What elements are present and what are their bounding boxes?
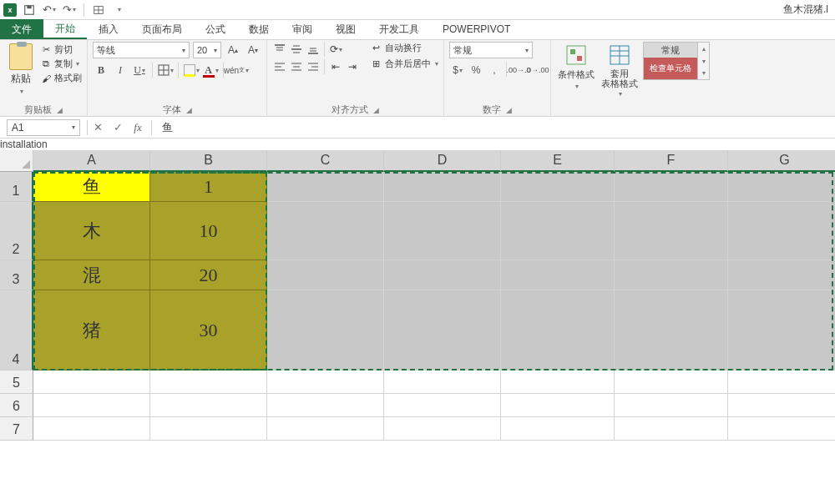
cell-F5[interactable] [615, 370, 728, 394]
row-header-6[interactable]: 6 [0, 394, 33, 417]
format-as-table-button[interactable]: 套用 表格格式 ▾ [600, 42, 640, 98]
cell-E4[interactable] [501, 290, 615, 370]
cell-E1[interactable] [501, 172, 615, 202]
align-center-button[interactable] [289, 59, 304, 74]
save-icon[interactable] [22, 3, 37, 18]
align-middle-button[interactable] [289, 42, 304, 57]
cell-G6[interactable] [728, 394, 835, 417]
accounting-button[interactable]: $▾ [449, 62, 466, 78]
cell-C2[interactable] [267, 202, 384, 260]
dialog-launcher-icon[interactable]: ◢ [57, 106, 63, 114]
borders-button[interactable]: ▾ [157, 62, 174, 78]
cell-F7[interactable] [615, 417, 728, 441]
cell-B6[interactable] [150, 394, 267, 417]
comma-button[interactable]: , [486, 62, 503, 78]
col-header-B[interactable]: B [150, 150, 267, 172]
decrease-decimal-button[interactable]: .0→.00 [529, 62, 545, 78]
row-header-5[interactable]: 5 [0, 370, 33, 394]
tab-review[interactable]: 审阅 [281, 19, 324, 39]
cell-D6[interactable] [384, 394, 501, 417]
cell-A1[interactable]: 鱼 [33, 172, 150, 202]
tab-view[interactable]: 视图 [324, 19, 367, 39]
cell-C4[interactable] [267, 290, 384, 370]
cell-C7[interactable] [267, 417, 384, 441]
row-header-3[interactable]: 3 [0, 260, 33, 290]
font-name-combo[interactable]: 等线 ▾ [93, 42, 190, 58]
cell-G2[interactable] [728, 202, 835, 260]
merge-center-button[interactable]: ⊞ 合并后居中 ▾ [370, 58, 438, 70]
cell-C3[interactable] [267, 260, 384, 290]
cell-B2[interactable]: 10 [150, 202, 267, 260]
cell-F6[interactable] [615, 394, 728, 417]
cell-E7[interactable] [501, 417, 615, 441]
cell-D3[interactable] [384, 260, 501, 290]
italic-button[interactable]: I [112, 62, 129, 78]
col-header-D[interactable]: D [384, 150, 501, 172]
cell-E6[interactable] [501, 394, 615, 417]
row-header-2[interactable]: 2 [0, 202, 33, 260]
tab-insert[interactable]: 插入 [87, 19, 130, 39]
increase-font-button[interactable]: A▴ [225, 42, 241, 58]
cancel-formula-button[interactable]: ✕ [88, 119, 108, 136]
col-header-G[interactable]: G [728, 150, 835, 172]
cell-B3[interactable]: 20 [150, 260, 267, 290]
increase-indent-button[interactable]: ⇥ [345, 59, 360, 74]
cell-G5[interactable] [728, 370, 835, 394]
cell-A5[interactable] [33, 370, 150, 394]
insert-function-button[interactable]: fx [128, 119, 148, 136]
tab-home[interactable]: 开始 [43, 19, 87, 39]
row-header-1[interactable]: 1 [0, 172, 33, 202]
cell-D7[interactable] [384, 417, 501, 441]
cell-E5[interactable] [501, 370, 615, 394]
cell-B4[interactable]: 30 [150, 290, 267, 370]
cell-styles-gallery[interactable]: 常规 检查单元格 [643, 42, 698, 80]
cell-F3[interactable] [615, 260, 728, 290]
row-header-4[interactable]: 4 [0, 290, 33, 370]
dialog-launcher-icon[interactable]: ◢ [186, 106, 192, 114]
redo-icon[interactable]: ↷▾ [62, 3, 77, 18]
select-all-corner[interactable] [0, 150, 33, 172]
cell-C6[interactable] [267, 394, 384, 417]
tab-data[interactable]: 数据 [237, 19, 281, 39]
name-box[interactable]: A1 ▾ [7, 119, 80, 136]
copy-button[interactable]: ⧉ 复制 ▾ [40, 58, 82, 70]
cell-B7[interactable] [150, 417, 267, 441]
dialog-launcher-icon[interactable]: ◢ [373, 106, 379, 114]
cell-A6[interactable] [33, 394, 150, 417]
phonetic-button[interactable]: wén文▾ [228, 62, 245, 78]
format-painter-button[interactable]: 🖌 格式刷 [40, 72, 82, 84]
tab-page-layout[interactable]: 页面布局 [130, 19, 194, 39]
percent-button[interactable]: % [468, 62, 484, 78]
cell-D2[interactable] [384, 202, 501, 260]
decrease-font-button[interactable]: A▾ [245, 42, 261, 58]
conditional-formatting-button[interactable]: 条件格式 ▾ [556, 42, 596, 90]
row-header-7[interactable]: 7 [0, 417, 33, 441]
tab-formulas[interactable]: 公式 [194, 19, 237, 39]
undo-icon[interactable]: ↶▾ [42, 3, 57, 18]
spreadsheet-grid[interactable]: A B C D E F G 1 2 3 4 5 6 7 鱼 1 木 10 [0, 150, 835, 504]
col-header-A[interactable]: A [33, 150, 150, 172]
tab-developer[interactable]: 开发工具 [367, 19, 431, 39]
col-header-F[interactable]: F [615, 150, 728, 172]
cell-G7[interactable] [728, 417, 835, 441]
formula-input[interactable]: 鱼 [155, 119, 835, 136]
cell-E3[interactable] [501, 260, 615, 290]
cell-G3[interactable] [728, 260, 835, 290]
align-bottom-button[interactable] [306, 42, 321, 57]
cell-D5[interactable] [384, 370, 501, 394]
font-size-combo[interactable]: 20 ▾ [193, 42, 221, 58]
tab-powerpivot[interactable]: POWERPIVOT [431, 19, 522, 39]
col-header-E[interactable]: E [501, 150, 615, 172]
paste-button[interactable]: 粘贴 ▾ [5, 42, 37, 95]
cell-C1[interactable] [267, 172, 384, 202]
orientation-button[interactable]: ⟳▾ [328, 42, 343, 57]
align-left-button[interactable] [272, 59, 287, 74]
cell-A2[interactable]: 木 [33, 202, 150, 260]
cell-F4[interactable] [615, 290, 728, 370]
cell-B1[interactable]: 1 [150, 172, 267, 202]
align-right-button[interactable] [306, 59, 321, 74]
wrap-text-button[interactable]: ↩ 自动换行 [370, 42, 438, 54]
enter-formula-button[interactable]: ✓ [108, 119, 128, 136]
fill-color-button[interactable]: ▾ [183, 62, 200, 78]
number-format-combo[interactable]: 常规 ▾ [449, 42, 533, 58]
